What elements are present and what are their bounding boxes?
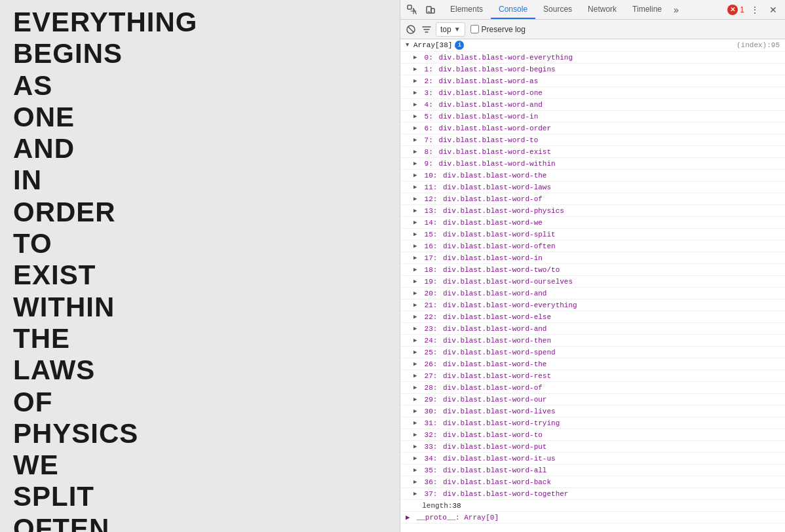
- item-expand-icon[interactable]: ▶: [413, 466, 420, 474]
- array-item-row[interactable]: ▶ 34: div.blast.blast-word-it-us: [400, 453, 785, 465]
- item-expand-icon[interactable]: ▶: [413, 431, 420, 438]
- item-expand-icon[interactable]: ▶: [413, 443, 420, 450]
- error-count-badge[interactable]: ✕ 1: [727, 5, 744, 15]
- item-expand-icon[interactable]: ▶: [413, 136, 420, 143]
- array-item-row[interactable]: ▶ 16: div.blast.blast-word-often: [400, 240, 785, 252]
- array-info-icon[interactable]: i: [455, 41, 464, 50]
- tab-sources[interactable]: Sources: [535, 0, 580, 19]
- item-expand-icon[interactable]: ▶: [413, 396, 420, 403]
- array-item-row[interactable]: ▶ 7: div.blast.blast-word-to: [400, 134, 785, 146]
- item-expand-icon[interactable]: ▶: [413, 478, 420, 485]
- array-item-row[interactable]: ▶ 30: div.blast.blast-word-lives: [400, 406, 785, 417]
- item-expand-icon[interactable]: ▶: [413, 419, 420, 427]
- array-item-row[interactable]: ▶ 19: div.blast.blast-word-ourselves: [400, 276, 785, 288]
- item-expand-icon[interactable]: ▶: [413, 219, 420, 226]
- filter-console-icon[interactable]: [420, 23, 433, 36]
- item-expand-icon[interactable]: ▶: [413, 266, 420, 273]
- array-item-row[interactable]: ▶ 23: div.blast.blast-word-and: [400, 323, 785, 335]
- item-expand-icon[interactable]: ▶: [413, 101, 420, 108]
- item-expand-icon[interactable]: ▶: [413, 290, 420, 297]
- item-expand-icon[interactable]: ▶: [413, 384, 420, 391]
- item-expand-icon[interactable]: ▶: [413, 148, 420, 155]
- tab-network[interactable]: Network: [580, 0, 624, 19]
- proto-row[interactable]: ▶ __proto__: Array[0]: [400, 512, 785, 523]
- array-item-row[interactable]: ▶ 10: div.blast.blast-word-the: [400, 170, 785, 181]
- array-item-row[interactable]: ▶ 11: div.blast.blast-word-laws: [400, 181, 785, 193]
- array-item-row[interactable]: ▶ 26: div.blast.blast-word-the: [400, 358, 785, 370]
- preserve-log-label[interactable]: Preserve log: [482, 25, 526, 34]
- item-expand-icon[interactable]: ▶: [413, 124, 420, 132]
- item-expand-icon[interactable]: ▶: [413, 207, 420, 214]
- more-options-icon[interactable]: ⋮: [747, 2, 763, 18]
- item-expand-icon[interactable]: ▶: [413, 408, 420, 415]
- item-expand-icon[interactable]: ▶: [413, 172, 420, 179]
- item-expand-icon[interactable]: ▶: [413, 313, 420, 320]
- preserve-log-checkbox[interactable]: [470, 25, 479, 33]
- array-item-row[interactable]: ▶ 2: div.blast.blast-word-as: [400, 75, 785, 87]
- item-expand-icon[interactable]: ▶: [413, 278, 420, 285]
- item-expand-icon[interactable]: ▶: [413, 455, 420, 462]
- array-item-row[interactable]: ▶ 0: div.blast.blast-word-everything: [400, 52, 785, 64]
- array-item-row[interactable]: ▶ 4: div.blast.blast-word-and: [400, 99, 785, 111]
- item-expand-icon[interactable]: ▶: [413, 113, 420, 120]
- item-expand-icon[interactable]: ▶: [413, 301, 420, 309]
- item-expand-icon[interactable]: ▶: [413, 160, 420, 167]
- item-expand-icon[interactable]: ▶: [413, 254, 420, 261]
- array-item-row[interactable]: ▶ 22: div.blast.blast-word-else: [400, 311, 785, 323]
- close-devtools-icon[interactable]: ✕: [765, 2, 781, 18]
- item-expand-icon[interactable]: ▶: [413, 242, 420, 250]
- tab-more-button[interactable]: »: [670, 0, 683, 19]
- tab-timeline[interactable]: Timeline: [624, 0, 670, 19]
- array-item-row[interactable]: ▶ 8: div.blast.blast-word-exist: [400, 146, 785, 158]
- array-item-row[interactable]: ▶ 13: div.blast.blast-word-physics: [400, 205, 785, 217]
- array-item-row[interactable]: ▶ 29: div.blast.blast-word-our: [400, 394, 785, 406]
- clear-console-icon[interactable]: [404, 23, 417, 36]
- item-expand-icon[interactable]: ▶: [413, 54, 420, 61]
- array-item-row[interactable]: ▶ 15: div.blast.blast-word-split: [400, 229, 785, 240]
- proto-expand-icon[interactable]: ▶: [406, 513, 412, 522]
- array-item-row[interactable]: ▶ 35: div.blast.blast-word-all: [400, 465, 785, 476]
- array-item-row[interactable]: ▶ 36: div.blast.blast-word-back: [400, 476, 785, 488]
- item-expand-icon[interactable]: ▶: [413, 372, 420, 379]
- array-item-row[interactable]: ▶ 18: div.blast.blast-word-two/to: [400, 264, 785, 276]
- devtools-tabs: Elements Console Sources Network Timelin…: [442, 0, 723, 19]
- context-selector[interactable]: top ▼: [436, 22, 465, 37]
- array-item-row[interactable]: ▶ 1: div.blast.blast-word-begins: [400, 64, 785, 75]
- array-item-row[interactable]: ▶ 14: div.blast.blast-word-we: [400, 217, 785, 229]
- item-expand-icon[interactable]: ▶: [413, 77, 420, 85]
- array-header-row[interactable]: ▼ Array[38] i (index):95: [400, 39, 785, 52]
- item-expand-icon[interactable]: ▶: [413, 360, 420, 368]
- inspect-element-icon[interactable]: [404, 2, 420, 18]
- array-item-row[interactable]: ▶ 9: div.blast.blast-word-within: [400, 158, 785, 170]
- array-item-row[interactable]: ▶ 6: div.blast.blast-word-order: [400, 123, 785, 134]
- array-item-row[interactable]: ▶ 24: div.blast.blast-word-then: [400, 335, 785, 347]
- array-item-row[interactable]: ▶ 17: div.blast.blast-word-in: [400, 252, 785, 264]
- item-expand-icon[interactable]: ▶: [413, 195, 420, 202]
- array-item-row[interactable]: ▶ 25: div.blast.blast-word-spend: [400, 347, 785, 358]
- array-expand-triangle[interactable]: ▼: [406, 42, 413, 48]
- array-item-row[interactable]: ▶ 5: div.blast.blast-word-in: [400, 111, 785, 123]
- item-value: div.blast.blast-word-to: [438, 136, 538, 144]
- item-expand-icon[interactable]: ▶: [413, 89, 420, 96]
- item-expand-icon[interactable]: ▶: [413, 337, 420, 344]
- tab-console[interactable]: Console: [491, 0, 535, 19]
- array-item-row[interactable]: ▶ 28: div.blast.blast-word-of: [400, 382, 785, 394]
- array-item-row[interactable]: ▶ 33: div.blast.blast-word-put: [400, 441, 785, 453]
- device-toolbar-icon[interactable]: [423, 2, 438, 18]
- array-item-row[interactable]: ▶ 3: div.blast.blast-word-one: [400, 87, 785, 99]
- item-expand-icon[interactable]: ▶: [413, 490, 420, 497]
- array-item-row[interactable]: ▶ 20: div.blast.blast-word-and: [400, 288, 785, 299]
- array-item-row[interactable]: ▶ 31: div.blast.blast-word-trying: [400, 417, 785, 429]
- array-item-row[interactable]: ▶ 37: div.blast.blast-word-together: [400, 488, 785, 500]
- array-item-row[interactable]: ▶ 12: div.blast.blast-word-of: [400, 193, 785, 205]
- array-item-row[interactable]: ▶ 27: div.blast.blast-word-rest: [400, 370, 785, 382]
- console-content[interactable]: ▼ Array[38] i (index):95 ▶ 0: div.blast.…: [400, 39, 785, 532]
- array-item-row[interactable]: ▶ 21: div.blast.blast-word-everything: [400, 299, 785, 311]
- item-expand-icon[interactable]: ▶: [413, 66, 420, 73]
- item-expand-icon[interactable]: ▶: [413, 349, 420, 356]
- item-expand-icon[interactable]: ▶: [413, 183, 420, 191]
- item-expand-icon[interactable]: ▶: [413, 325, 420, 332]
- array-item-row[interactable]: ▶ 32: div.blast.blast-word-to: [400, 429, 785, 441]
- tab-elements[interactable]: Elements: [442, 0, 491, 19]
- item-expand-icon[interactable]: ▶: [413, 231, 420, 238]
